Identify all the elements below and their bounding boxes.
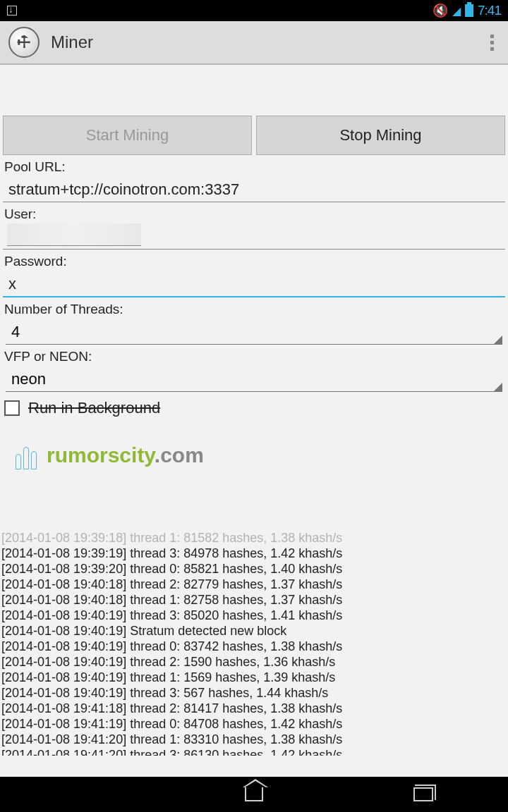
pickaxe-icon: ⚒: [13, 31, 36, 54]
log-line: [2014-01-08 19:41:18] thread 2: 81417 ha…: [1, 701, 507, 716]
user-label: User:: [3, 204, 505, 223]
log-line: [2014-01-08 19:41:19] thread 0: 84708 ha…: [1, 716, 507, 732]
pool-url-label: Pool URL:: [3, 156, 505, 176]
back-button[interactable]: [67, 784, 102, 805]
pool-url-input[interactable]: [3, 176, 505, 202]
password-label: Password:: [3, 251, 505, 271]
vfp-neon-label: VFP or NEON:: [3, 346, 505, 366]
threads-spinner[interactable]: 4: [6, 319, 502, 345]
log-line: [2014-01-08 19:40:18] thread 2: 82779 ha…: [1, 577, 507, 592]
clock-time: 7:41: [478, 3, 501, 18]
log-line: [2014-01-08 19:40:19] thread 0: 83742 ha…: [1, 639, 507, 654]
log-line: [2014-01-08 19:40:19] thread 3: 85020 ha…: [1, 608, 507, 623]
content-area: Start Mining Stop Mining Pool URL: User:…: [0, 65, 508, 756]
run-background-checkbox[interactable]: [4, 400, 20, 416]
log-line: [2014-01-08 19:40:19] Stratum detected n…: [1, 623, 507, 639]
log-line: [2014-01-08 19:41:20] thread 3: 86130 ha…: [1, 747, 507, 756]
start-mining-button[interactable]: Start Mining: [3, 116, 252, 155]
navigation-bar: [0, 777, 508, 812]
stop-mining-button[interactable]: Stop Mining: [256, 116, 505, 155]
mining-log[interactable]: [2014-01-08 19:39:18] thread 1: 81582 ha…: [0, 530, 508, 756]
recent-apps-button[interactable]: [406, 784, 441, 805]
wifi-icon: ◢: [452, 4, 461, 18]
log-line: [2014-01-08 19:39:18] thread 1: 81582 ha…: [1, 530, 507, 546]
log-line: [2014-01-08 19:41:20] thread 1: 83310 ha…: [1, 732, 507, 747]
watermark-text-suffix: .com: [155, 443, 204, 467]
app-icon: ⚒: [8, 27, 40, 58]
user-input[interactable]: [7, 223, 141, 246]
overflow-menu-button[interactable]: [485, 29, 500, 56]
log-line: [2014-01-08 19:39:20] thread 0: 85821 ha…: [1, 561, 507, 577]
password-input[interactable]: [3, 271, 505, 297]
log-line: [2014-01-08 19:39:19] thread 3: 84978 ha…: [1, 546, 507, 561]
log-line: [2014-01-08 19:40:19] thread 3: 567 hash…: [1, 685, 507, 701]
home-button[interactable]: [236, 784, 272, 805]
run-background-label: Run in Background: [28, 399, 160, 417]
battery-icon: [465, 4, 473, 17]
watermark-icon: [14, 441, 42, 469]
watermark-text-main: rumorscity: [47, 443, 155, 467]
mute-icon: 🔇: [433, 3, 448, 18]
vfp-neon-spinner[interactable]: neon: [6, 366, 502, 392]
download-notification-icon: [7, 6, 17, 16]
log-line: [2014-01-08 19:40:19] thread 1: 1569 has…: [1, 670, 507, 685]
status-bar: 🔇 ◢ 7:41: [0, 0, 508, 21]
action-bar: ⚒ Miner: [0, 21, 508, 65]
app-title: Miner: [51, 32, 485, 52]
log-line: [2014-01-08 19:40:19] thread 2: 1590 has…: [1, 654, 507, 670]
threads-label: Number of Threads:: [3, 299, 505, 319]
run-background-row[interactable]: Run in Background: [0, 392, 508, 424]
watermark: rumorscity.com: [0, 424, 508, 486]
log-line: [2014-01-08 19:40:18] thread 1: 82758 ha…: [1, 592, 507, 608]
